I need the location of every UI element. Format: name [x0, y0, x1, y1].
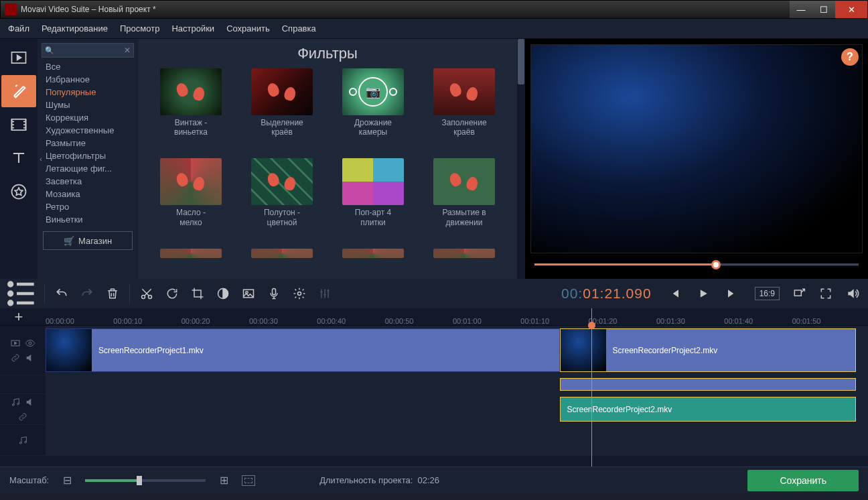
timecode-value: 01:21.090 [583, 286, 651, 302]
audio-clip[interactable]: ScreenRecorderProject2.mkv [560, 397, 856, 422]
tool-transitions[interactable] [1, 109, 36, 141]
rotate-button[interactable] [159, 282, 185, 306]
filter-item[interactable]: Винтаж - виньетка [150, 68, 232, 153]
detach-button[interactable] [786, 282, 812, 306]
ruler-tick: 00:00:30 [249, 317, 278, 325]
speaker-icon[interactable] [25, 353, 35, 363]
zoom-out-button[interactable]: ⊟ [61, 474, 73, 487]
overlay-track-body[interactable] [46, 375, 868, 393]
tool-stickers[interactable] [1, 176, 36, 208]
music-track-body[interactable] [46, 425, 868, 455]
filter-item[interactable]: Заполнение краёв [423, 68, 505, 153]
zoom-in-button[interactable]: ⊞ [218, 474, 230, 487]
category-item[interactable]: Виньетки [38, 213, 138, 226]
aspect-ratio[interactable]: 16:9 [755, 287, 780, 300]
redo-button[interactable] [74, 282, 100, 306]
category-item[interactable]: Шумы [38, 99, 138, 111]
panel-scrollbar[interactable] [517, 39, 525, 279]
filter-thumbnail [160, 158, 222, 205]
undo-button[interactable] [49, 282, 74, 306]
category-item[interactable]: Летающие фиг... [38, 162, 138, 175]
menu-help[interactable]: Справка [282, 23, 316, 34]
store-button[interactable]: 🛒 Магазин [43, 231, 133, 250]
clear-icon[interactable]: ✕ [124, 46, 131, 55]
video-clip[interactable] [560, 378, 856, 391]
search-input[interactable] [57, 46, 120, 55]
category-item[interactable]: Коррекция [38, 111, 138, 124]
search-box[interactable]: 🔍 ✕ [42, 43, 134, 58]
eye-icon[interactable] [25, 338, 35, 349]
add-track-button[interactable]: + [0, 308, 38, 325]
filter-item[interactable]: Размытие в движении [423, 158, 505, 243]
filter-item[interactable]: Масло - мелко [150, 158, 232, 243]
close-button[interactable]: ✕ [835, 1, 867, 18]
delete-button[interactable] [100, 282, 125, 306]
video-track-header[interactable] [0, 326, 46, 375]
timeline-list-button[interactable] [3, 282, 40, 306]
duration-label: Длительность проекта: 02:26 [319, 475, 439, 485]
zoom-fit-button[interactable] [242, 475, 255, 486]
filter-item[interactable]: Выделение краёв [241, 68, 323, 153]
image-button[interactable] [236, 282, 261, 306]
next-button[interactable] [720, 282, 743, 306]
filter-item[interactable]: Полутон - цветной [241, 158, 323, 243]
filter-thumbnail [342, 158, 404, 205]
video-track-body[interactable]: ScreenRecorderProject1.mkvScreenRecorder… [46, 326, 868, 375]
filter-item[interactable]: Поп-арт 4 плитки [332, 158, 414, 243]
menu-file[interactable]: Файл [8, 23, 29, 34]
category-item[interactable]: Цветофильтры [38, 149, 138, 162]
video-clip[interactable]: ScreenRecorderProject1.mkv [46, 328, 560, 372]
save-button[interactable]: Сохранить [747, 470, 859, 491]
svg-point-17 [17, 403, 19, 405]
play-button[interactable] [692, 282, 715, 306]
category-item[interactable]: Ретро [38, 200, 138, 213]
menu-save[interactable]: Сохранить [226, 23, 270, 34]
music-track-header[interactable] [0, 425, 46, 455]
fullscreen-button[interactable] [813, 282, 839, 306]
tool-filters[interactable] [1, 75, 36, 107]
tool-titles[interactable] [1, 142, 36, 174]
help-button[interactable]: ? [841, 48, 859, 66]
tool-media[interactable] [1, 42, 36, 74]
speaker-icon[interactable] [25, 397, 35, 408]
titlebar: Movavi Video Suite – Новый проект * — ☐ … [0, 0, 868, 19]
link-icon[interactable] [17, 412, 28, 422]
menu-settings[interactable]: Настройки [171, 23, 214, 34]
category-item[interactable]: Размытие [38, 137, 138, 149]
video-clip[interactable]: ScreenRecorderProject2.mkv [560, 328, 856, 372]
crop-button[interactable] [185, 282, 210, 306]
prev-button[interactable] [664, 282, 686, 306]
category-item[interactable]: Мозаика [38, 188, 138, 200]
collapse-sidebar-button[interactable]: ‹ [38, 145, 44, 172]
filter-item[interactable]: 📷Дрожание камеры [332, 68, 414, 153]
filter-label: Заполнение краёв [441, 118, 486, 137]
filter-thumbnail [251, 68, 313, 115]
category-item[interactable]: Избранное [38, 73, 138, 86]
svg-point-15 [29, 342, 31, 345]
preview-video[interactable] [530, 44, 863, 253]
maximize-button[interactable]: ☐ [812, 1, 835, 18]
timeline-ruler[interactable]: + 00:00:0000:00:1000:00:2000:00:3000:00:… [0, 308, 868, 326]
ruler-tick: 00:01:10 [520, 317, 549, 325]
menu-view[interactable]: Просмотр [120, 23, 159, 34]
cut-button[interactable] [134, 282, 159, 306]
link-icon[interactable] [10, 353, 21, 363]
menu-edit[interactable]: Редактирование [42, 23, 108, 34]
gear-button[interactable] [287, 282, 312, 306]
volume-button[interactable] [840, 282, 865, 306]
preview-seek-slider[interactable] [534, 257, 859, 272]
ruler-tick: 00:01:30 [656, 317, 685, 325]
minimize-button[interactable]: — [790, 1, 812, 18]
mic-button[interactable] [261, 282, 287, 306]
zoom-slider[interactable] [85, 479, 206, 482]
category-item[interactable]: Художественные [38, 124, 138, 137]
category-item[interactable]: Засветка [38, 175, 138, 188]
audio-track-body[interactable]: ScreenRecorderProject2.mkv [46, 394, 868, 424]
filter-label: Поп-арт 4 плитки [355, 208, 391, 227]
audio-track-header[interactable] [0, 394, 46, 424]
category-item[interactable]: Популярные [38, 86, 138, 99]
color-button[interactable] [210, 282, 236, 306]
category-item[interactable]: Все [38, 60, 138, 73]
equalizer-button[interactable] [312, 282, 338, 306]
audio-track: ScreenRecorderProject2.mkv [0, 394, 868, 425]
